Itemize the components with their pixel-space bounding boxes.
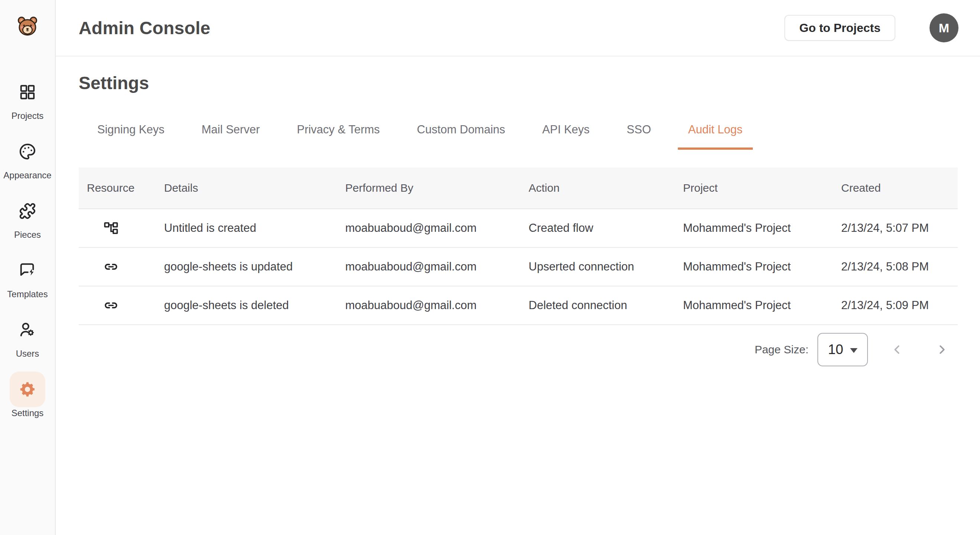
chevron-right-icon xyxy=(935,343,949,357)
sidebar-item-appearance[interactable]: Appearance xyxy=(0,134,55,193)
tab-custom-domains[interactable]: Custom Domains xyxy=(406,117,515,150)
sidebar-item-label: Projects xyxy=(11,111,44,121)
tab-privacy-terms[interactable]: Privacy & Terms xyxy=(286,117,390,150)
tab-sso[interactable]: SSO xyxy=(616,117,661,150)
admin-console-app: Projects Appearance xyxy=(0,0,980,535)
sidebar-item-pieces[interactable]: Pieces xyxy=(0,193,55,252)
column-header-details: Details xyxy=(156,182,337,194)
cell-action: Created flow xyxy=(520,222,675,235)
tab-signing-keys[interactable]: Signing Keys xyxy=(87,117,175,150)
previous-page-button[interactable] xyxy=(886,339,908,361)
table-row: google-sheets is updated moabuaboud@gmai… xyxy=(79,248,958,286)
grid-icon xyxy=(10,74,45,110)
tab-audit-logs[interactable]: Audit Logs xyxy=(678,117,753,150)
bear-logo xyxy=(15,14,40,38)
avatar[interactable]: M xyxy=(929,13,958,42)
sidebar-item-label: Users xyxy=(16,348,39,359)
palette-icon xyxy=(10,134,45,169)
sidebar-item-users[interactable]: Users xyxy=(0,312,55,372)
cell-created: 2/13/24, 5:08 PM xyxy=(833,260,958,273)
sidebar-item-projects[interactable]: Projects xyxy=(0,74,55,134)
sidebar-nav: Projects Appearance xyxy=(0,74,55,431)
link-icon xyxy=(95,298,156,313)
column-header-action: Action xyxy=(520,182,675,194)
cell-created: 2/13/24, 5:07 PM xyxy=(833,222,958,235)
table-header-row: Resource Details Performed By Action Pro… xyxy=(79,168,958,209)
cell-action: Upserted connection xyxy=(520,260,675,273)
next-page-button[interactable] xyxy=(931,339,953,361)
puzzle-icon xyxy=(10,193,45,229)
cell-project: Mohammed's Project xyxy=(675,222,833,235)
cell-performed-by: moabuaboud@gmail.com xyxy=(337,299,520,312)
column-header-performed-by: Performed By xyxy=(337,182,520,194)
sidebar-item-settings[interactable]: Settings xyxy=(0,372,55,431)
cell-details: google-sheets is updated xyxy=(156,260,337,273)
flow-icon xyxy=(95,220,156,236)
page-size-label: Page Size: xyxy=(755,343,808,356)
sidebar-item-label: Settings xyxy=(11,408,44,418)
column-header-resource: Resource xyxy=(79,182,156,194)
main-area: Admin Console Go to Projects M Settings … xyxy=(56,0,980,535)
chevron-down-icon xyxy=(850,348,858,353)
link-icon xyxy=(95,259,156,275)
page-title: Admin Console xyxy=(79,18,210,38)
settings-content: Settings Signing Keys Mail Server Privac… xyxy=(56,56,980,369)
sidebar-item-label: Appearance xyxy=(3,170,51,180)
topbar: Admin Console Go to Projects M xyxy=(56,0,980,56)
user-gear-icon xyxy=(10,312,45,348)
cell-details: Untitled is created xyxy=(156,222,337,235)
table-row: Untitled is created moabuaboud@gmail.com… xyxy=(79,209,958,248)
cell-performed-by: moabuaboud@gmail.com xyxy=(337,260,520,273)
tab-api-keys[interactable]: API Keys xyxy=(532,117,600,150)
settings-tabs: Signing Keys Mail Server Privacy & Terms… xyxy=(87,117,958,150)
cell-details: google-sheets is deleted xyxy=(156,299,337,312)
section-heading: Settings xyxy=(79,73,958,93)
page-size-value: 10 xyxy=(828,342,843,358)
sidebar-item-label: Templates xyxy=(7,289,48,299)
column-header-project: Project xyxy=(675,182,833,194)
table-body: Untitled is created moabuaboud@gmail.com… xyxy=(79,209,958,325)
audit-logs-table: Resource Details Performed By Action Pro… xyxy=(79,168,958,325)
sidebar: Projects Appearance xyxy=(0,0,56,535)
tab-mail-server[interactable]: Mail Server xyxy=(191,117,270,150)
cell-action: Deleted connection xyxy=(520,299,675,312)
sidebar-item-label: Pieces xyxy=(14,230,41,240)
sidebar-item-templates[interactable]: Templates xyxy=(0,252,55,312)
table-row: google-sheets is deleted moabuaboud@gmai… xyxy=(79,286,958,325)
pagination: Page Size: 10 xyxy=(79,330,958,369)
column-header-created: Created xyxy=(833,182,958,194)
gear-icon xyxy=(10,372,45,407)
chevron-left-icon xyxy=(890,343,904,357)
template-message-icon xyxy=(10,252,45,288)
cell-project: Mohammed's Project xyxy=(675,260,833,273)
cell-created: 2/13/24, 5:09 PM xyxy=(833,299,958,312)
go-to-projects-button[interactable]: Go to Projects xyxy=(784,15,896,41)
cell-project: Mohammed's Project xyxy=(675,299,833,312)
cell-performed-by: moabuaboud@gmail.com xyxy=(337,222,520,235)
page-size-select[interactable]: 10 xyxy=(818,333,868,366)
